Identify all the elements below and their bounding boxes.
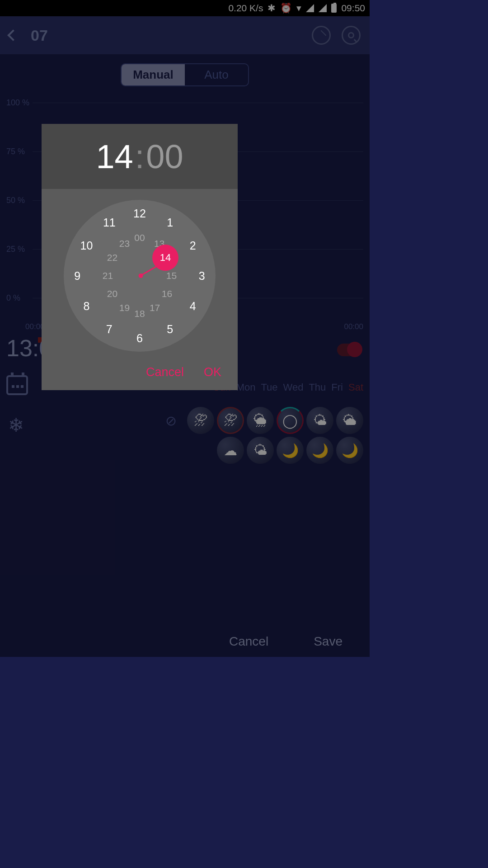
hour-17[interactable]: 17 bbox=[150, 302, 160, 313]
hour-14-selected[interactable]: 14 bbox=[152, 245, 178, 271]
hour-8[interactable]: 8 bbox=[83, 300, 89, 313]
hour-9[interactable]: 9 bbox=[74, 269, 80, 283]
hour-3[interactable]: 3 bbox=[199, 269, 205, 283]
hour-1[interactable]: 1 bbox=[167, 216, 173, 229]
minute-display[interactable]: 00 bbox=[146, 137, 183, 176]
clock-face[interactable]: 12 1 2 3 4 5 6 7 8 9 10 11 00 13 15 16 1… bbox=[64, 200, 216, 352]
hour-5[interactable]: 5 bbox=[167, 322, 173, 335]
picker-cancel-button[interactable]: Cancel bbox=[146, 365, 184, 379]
hour-10[interactable]: 10 bbox=[80, 239, 93, 252]
picker-ok-button[interactable]: OK bbox=[204, 365, 221, 379]
hour-00[interactable]: 00 bbox=[134, 232, 145, 243]
hour-22[interactable]: 22 bbox=[107, 252, 117, 263]
hour-2[interactable]: 2 bbox=[190, 239, 196, 252]
hour-12[interactable]: 12 bbox=[133, 207, 146, 220]
hour-23[interactable]: 23 bbox=[119, 238, 130, 249]
hour-18[interactable]: 18 bbox=[134, 308, 145, 319]
hour-16[interactable]: 16 bbox=[162, 288, 172, 299]
hour-11[interactable]: 11 bbox=[103, 216, 116, 229]
hour-4[interactable]: 4 bbox=[190, 300, 196, 313]
time-colon: : bbox=[133, 137, 146, 176]
time-display: 14 : 00 bbox=[42, 124, 238, 189]
hour-15[interactable]: 15 bbox=[166, 270, 177, 281]
hour-20[interactable]: 20 bbox=[107, 288, 117, 299]
hour-21[interactable]: 21 bbox=[103, 270, 113, 281]
hour-display[interactable]: 14 bbox=[96, 137, 133, 176]
picker-actions: Cancel OK bbox=[42, 357, 238, 390]
hour-7[interactable]: 7 bbox=[106, 322, 113, 335]
time-picker-dialog: 14 : 00 12 1 2 3 4 5 6 7 8 9 10 11 00 13… bbox=[42, 124, 238, 390]
hour-19[interactable]: 19 bbox=[119, 302, 130, 313]
hour-6[interactable]: 6 bbox=[136, 331, 143, 344]
